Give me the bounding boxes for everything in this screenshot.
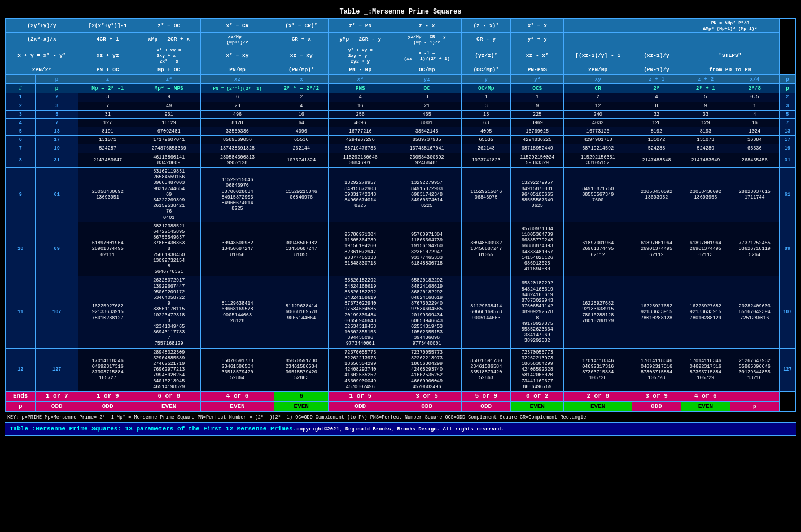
table-cell: 1073741823 [462, 153, 511, 167]
h5-p2: p [779, 74, 796, 83]
h5-z2: z² [137, 74, 201, 83]
p-cell: EVEN [681, 402, 730, 412]
ends-cell: 3 or 9 [632, 391, 681, 401]
h2-col7: yz/Mp = CR - y(Mp - 1)/2 [392, 33, 462, 46]
table-cell: 16773120 [564, 127, 632, 136]
h4-col10: 2PN/Mp [564, 65, 632, 74]
h6-p: p [36, 83, 78, 93]
table-cell: 8 [5, 153, 36, 167]
table-cell: 28948022309 32904885589 27462521719 7696… [137, 348, 201, 391]
table-cell: 68719476736 [329, 144, 392, 153]
h5-xz: xz [200, 74, 274, 83]
h5-x4: x/4 [730, 74, 779, 83]
table-cell: 1 [511, 93, 564, 102]
p-cell: ODD [462, 402, 511, 412]
h6-ocs: OCS [511, 83, 564, 93]
h6-ocmp: OC/Mp [462, 83, 511, 93]
table-cell: 16384 [730, 136, 779, 144]
table-cell: 5 [36, 110, 78, 118]
h2-col10 [564, 33, 632, 46]
table-cell: 65536 [730, 144, 779, 153]
table-cell: 77371252455 33626718119 5264 [730, 222, 779, 276]
ends-cell: 4 or 6 [681, 391, 730, 401]
table-cell: 127 [36, 348, 78, 391]
table-cell: 65820182292 84824168619 86820182292 8482… [329, 276, 392, 348]
table-cell: 115292150024 59363329 [511, 153, 564, 167]
table-cell: 16225927682 92133633915 78010288128 7801… [564, 276, 632, 348]
table-cell: 65820182292 84824168619 84824168619 8767… [511, 276, 564, 348]
h6-pow2: 2ᵖ [632, 83, 681, 93]
header-row-3: x + y = x² - y² xz + yz x² + xy =2xy + x… [5, 46, 796, 65]
ends-cell: 3 or 5 [392, 391, 462, 401]
table-cell: 53169119831 26584559156 39663487003 9831… [137, 168, 201, 222]
table-cell: 115292150046 06846976 [329, 153, 392, 167]
table-cell: 4 [274, 102, 329, 110]
table-cell: 465 [392, 110, 462, 118]
h6-p2: p [779, 83, 796, 93]
h3-col11: (xz-1)/y [632, 46, 681, 65]
table-cell: 38312388521 64722145895 86755549637 3780… [137, 222, 201, 276]
table-cell: 1024 [730, 127, 779, 136]
header-row-1: (2y²+y)/y [2(x²+y⁹)]-1 z² − OC x² − CR (… [5, 19, 796, 33]
table-cell: 31 [779, 153, 796, 167]
table-cell: 524289 [681, 144, 730, 153]
table-cell: 2147483648 [632, 153, 681, 167]
table-cell: 5 [5, 127, 36, 136]
table-cell: 61897001964 26901374495 62113 [681, 222, 730, 276]
table-cell: 23058430092 13693953 [681, 168, 730, 222]
table-cell: 13292279957 84915872903 69831742348 8496… [392, 168, 462, 222]
h6-mp: Mp = 2ᵖ -1 [78, 83, 137, 93]
table-cell: 4032 [564, 118, 632, 127]
h3-col4: x² − xy [200, 46, 274, 65]
table-cell: 16769025 [511, 127, 564, 136]
table-cell: 85070591730 23461586584 36518579420 5286… [200, 348, 274, 391]
h6-cr: CR [564, 83, 632, 93]
table-cell: 12 [5, 348, 36, 391]
table-cell: 115292150351 33105152 [564, 153, 632, 167]
table-cell: 16777216 [329, 127, 392, 136]
h2-col4: xz/Mp =(Mp+1)/2 [200, 33, 274, 46]
table-cell: 8 [632, 102, 681, 110]
table-cell: 68719214592 [564, 144, 632, 153]
ends-cell: 5 or 9 [462, 391, 511, 401]
h3-col7: x -1 =(xz - 1)/(2ᵖ + 1) [392, 46, 462, 65]
header-row-2: (2x²-x)/x 4CR + 1 xMp = 2CR + x xz/Mp =(… [5, 33, 796, 46]
header-row-6: # p Mp = 2ᵖ -1 Mp² = MPS PN = (2ᵖ⁻¹)(2ᵖ … [5, 83, 796, 93]
table-cell: 2 [564, 93, 632, 102]
h2-col8: CR - y [462, 33, 511, 46]
p-cell: ODD [78, 402, 137, 412]
table-cell: 4 [329, 93, 392, 102]
table-cell: 17014118346 04692317316 87303715884 1057… [632, 348, 681, 391]
table-cell: 256 [329, 110, 392, 118]
table-cell: 3 [78, 93, 137, 102]
h1-col10 [564, 19, 632, 33]
h5-z2p: z + 2 [681, 74, 730, 83]
h4-col1: 2PN/2ᵖ [5, 65, 78, 74]
h6-mps: Mp² = MPS [137, 83, 201, 93]
table-cell: 2147483649 [681, 153, 730, 167]
h6-oc: OC [392, 83, 462, 93]
table-cell: 61897001964 26901374495 62112 [632, 222, 681, 276]
table-cell: 17179607041 [137, 136, 201, 144]
table-cell: 28823037615 1711744 [730, 168, 779, 222]
table-cell: 4096 [274, 127, 329, 136]
table-cell: 12 [564, 102, 632, 110]
table-cell: 8001 [392, 118, 462, 127]
table-cell: 28 [200, 102, 274, 110]
table-cell: 68718952449 [511, 144, 564, 153]
table-cell: 129 [681, 118, 730, 127]
table-cell: 33542145 [392, 127, 462, 136]
p-cell: EVEN [274, 402, 329, 412]
table-cell: 16225927682 92133633915 78010288129 [681, 276, 730, 348]
h6-pow2d8: 2ᵖ/8 [730, 83, 779, 93]
table-cell: 11529215046 06846976 [274, 168, 329, 222]
table-cell: 2 [779, 93, 796, 102]
table-cell: 7 [78, 102, 137, 110]
table-cell: 61897001964 26901374495 62111 [78, 222, 137, 276]
table-cell: 46116860141 83420609 [137, 153, 201, 167]
table-row: 5138191670924813355033640961677721633542… [5, 127, 796, 136]
table-cell: 81129638414 60668169578 9005144063 28128 [200, 276, 274, 348]
table-cell: 1 [462, 93, 511, 102]
table-cell: 11529215046 06846975 [462, 168, 511, 222]
table-cell: 127 [779, 348, 796, 391]
